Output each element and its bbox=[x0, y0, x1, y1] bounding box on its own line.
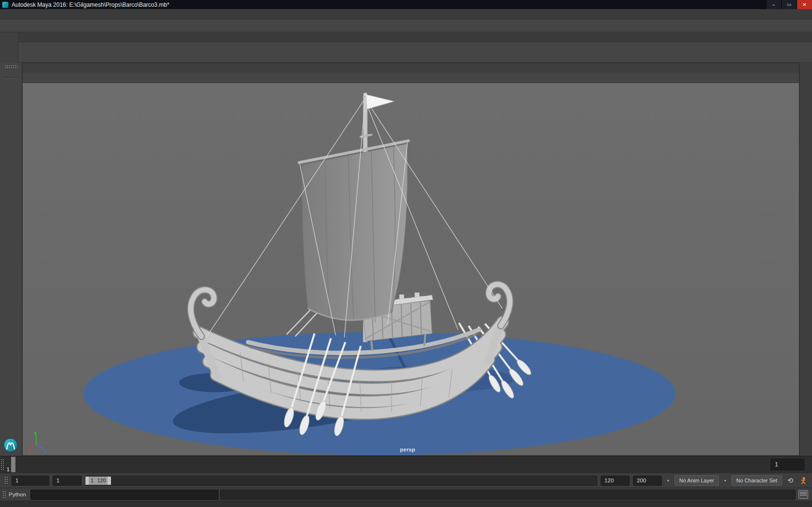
playback-start-field[interactable]: 1 bbox=[53, 476, 82, 486]
maya-app-icon bbox=[2, 1, 9, 8]
time-slider: 1 1 bbox=[0, 456, 812, 473]
shelf-side-buttons bbox=[0, 32, 18, 63]
current-frame-marker[interactable]: 1 bbox=[11, 457, 15, 472]
help-line bbox=[0, 501, 812, 507]
command-result-field bbox=[220, 490, 796, 500]
viking-ship-scene bbox=[23, 83, 799, 455]
camera-label: persp bbox=[400, 447, 415, 452]
titlebar: Autodesk Maya 2016: E:\Gilgamesh\Props\B… bbox=[0, 0, 812, 9]
window-title: Autodesk Maya 2016: E:\Gilgamesh\Props\B… bbox=[12, 1, 169, 8]
character-set-icon[interactable] bbox=[798, 476, 808, 485]
shelf-icon-row bbox=[18, 42, 812, 63]
command-input[interactable] bbox=[30, 490, 219, 500]
range-end-handle[interactable] bbox=[108, 477, 111, 485]
svg-text:z: z bbox=[44, 449, 47, 453]
panel-menubar bbox=[22, 63, 799, 72]
maya-logo bbox=[3, 437, 19, 453]
shelf-tabs bbox=[18, 32, 812, 42]
animation-start-field[interactable]: 1 bbox=[12, 476, 49, 486]
maximize-button[interactable]: ▭ bbox=[781, 0, 797, 9]
sail bbox=[302, 144, 408, 320]
playback-end-field[interactable]: 120 bbox=[601, 476, 630, 486]
current-time-field[interactable]: 1 bbox=[771, 459, 804, 470]
panel-toolbar bbox=[22, 72, 799, 83]
status-line bbox=[0, 19, 812, 32]
shelf bbox=[0, 32, 812, 63]
close-button[interactable]: ✕ bbox=[797, 0, 812, 9]
character-set-selector[interactable]: No Character Set bbox=[731, 475, 782, 486]
command-line-handle[interactable] bbox=[2, 490, 6, 499]
anim-layer-icon[interactable]: ⟲ bbox=[785, 476, 795, 485]
range-slider-bar[interactable]: 1 120 bbox=[85, 477, 111, 485]
maya-window: Autodesk Maya 2016: E:\Gilgamesh\Props\B… bbox=[0, 0, 812, 507]
anim-layer-selector[interactable]: No Anim Layer bbox=[674, 475, 719, 486]
toolbox bbox=[0, 63, 22, 456]
command-language-label[interactable]: Python bbox=[6, 492, 30, 497]
svg-text:x: x bbox=[27, 450, 29, 453]
minimize-button[interactable]: – bbox=[766, 0, 781, 9]
svg-text:y: y bbox=[34, 430, 37, 435]
window-controls: –▭✕ bbox=[766, 0, 812, 9]
time-slider-track[interactable]: 1 bbox=[4, 456, 768, 473]
view-axis-gizmo: y x z bbox=[27, 430, 48, 453]
command-line: Python bbox=[0, 488, 812, 501]
range-slider-track[interactable]: 1 120 bbox=[85, 476, 597, 486]
menubar bbox=[0, 9, 812, 19]
toolbox-drag-handle[interactable] bbox=[5, 65, 17, 69]
mast-flag bbox=[366, 95, 394, 109]
range-slider-handle[interactable] bbox=[4, 476, 8, 485]
sidebar-tab-strip bbox=[799, 63, 812, 456]
time-slider-handle[interactable] bbox=[0, 458, 4, 471]
character-set-arrow[interactable]: ▾ bbox=[722, 479, 728, 483]
anim-layer-arrow[interactable]: ▾ bbox=[665, 479, 671, 483]
range-slider-row: 1 1 1 120 120 200 ▾ No Anim Layer ▾ No C… bbox=[0, 473, 812, 488]
viewport-persp[interactable]: persp y x z bbox=[22, 83, 799, 456]
script-editor-button[interactable] bbox=[798, 490, 808, 499]
animation-end-field[interactable]: 200 bbox=[633, 476, 662, 486]
toolbox-divider bbox=[4, 77, 18, 79]
range-start-handle[interactable] bbox=[85, 477, 89, 485]
